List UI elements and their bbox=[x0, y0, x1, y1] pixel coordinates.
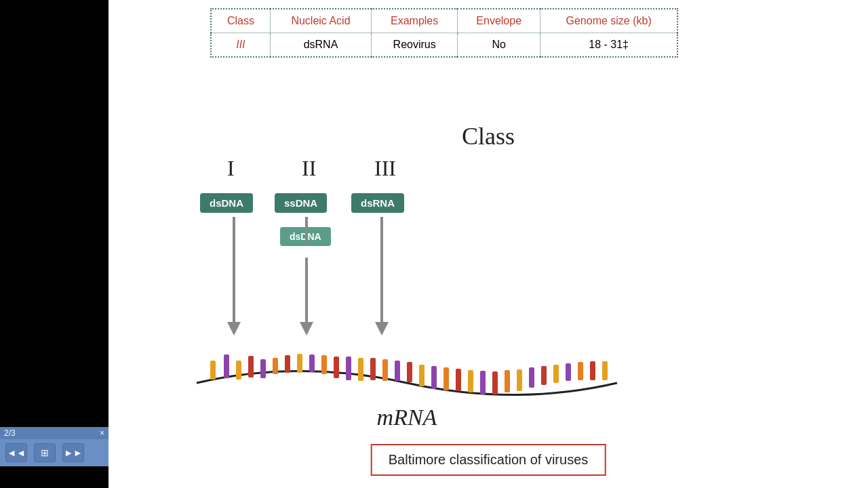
svg-rect-32 bbox=[517, 369, 522, 391]
svg-rect-7 bbox=[210, 361, 216, 380]
svg-rect-11 bbox=[260, 359, 266, 378]
nav-controls: ◄◄ ⊞ ►► bbox=[0, 439, 108, 466]
navigation-bar: 2/3 × ◄◄ ⊞ ►► bbox=[0, 427, 108, 488]
virus-table: Class Nucleic Acid Examples Envelope Gen… bbox=[210, 8, 678, 58]
svg-rect-34 bbox=[541, 366, 547, 385]
slide-area: Class Nucleic Acid Examples Envelope Gen… bbox=[108, 0, 868, 488]
svg-rect-27 bbox=[456, 369, 461, 391]
cell-genome-size: 18 - 31‡ bbox=[540, 33, 677, 58]
svg-rect-10 bbox=[248, 356, 254, 378]
virus-diagram: I II III dsDNA ssDNA dsRNA dsDNA bbox=[190, 156, 624, 441]
dsrna-box: dsRNA bbox=[351, 193, 404, 213]
roman-numeral-II: II bbox=[302, 156, 316, 181]
svg-rect-35 bbox=[553, 365, 559, 383]
ssdna-box: ssDNA bbox=[275, 193, 327, 213]
col-genome-size: Genome size (kb) bbox=[540, 9, 677, 33]
col-nucleic-acid: Nucleic Acid bbox=[270, 9, 371, 33]
svg-rect-37 bbox=[578, 362, 583, 380]
svg-rect-29 bbox=[480, 371, 486, 394]
close-icon[interactable]: × bbox=[100, 428, 104, 438]
table-row: III dsRNA Reovirus No 18 - 31‡ bbox=[211, 33, 677, 58]
cell-nucleic-acid: dsRNA bbox=[270, 33, 371, 58]
svg-rect-16 bbox=[321, 355, 327, 374]
svg-rect-8 bbox=[224, 354, 229, 378]
svg-rect-24 bbox=[419, 365, 425, 386]
svg-rect-13 bbox=[285, 355, 290, 373]
dsdna-box-2: dsDNA bbox=[280, 227, 331, 246]
svg-rect-9 bbox=[236, 361, 241, 380]
roman-numeral-III: III bbox=[374, 156, 396, 181]
svg-rect-20 bbox=[370, 358, 376, 380]
svg-rect-30 bbox=[492, 371, 498, 394]
page-indicator: 2/3 bbox=[4, 428, 16, 438]
class-title: Class bbox=[108, 122, 868, 150]
svg-rect-38 bbox=[590, 361, 595, 380]
cell-class: III bbox=[211, 33, 270, 58]
nav-header: 2/3 × bbox=[0, 427, 108, 439]
svg-rect-28 bbox=[468, 370, 473, 392]
svg-rect-31 bbox=[505, 370, 510, 392]
col-class: Class bbox=[211, 9, 270, 33]
col-examples: Examples bbox=[372, 9, 458, 33]
cell-envelope: No bbox=[458, 33, 540, 58]
svg-rect-18 bbox=[346, 357, 351, 380]
svg-rect-39 bbox=[602, 361, 608, 380]
cell-examples: Reovirus bbox=[372, 33, 458, 58]
col-envelope: Envelope bbox=[458, 9, 540, 33]
svg-rect-15 bbox=[309, 354, 315, 372]
svg-rect-25 bbox=[431, 366, 437, 389]
svg-rect-23 bbox=[407, 362, 412, 382]
svg-rect-21 bbox=[382, 359, 388, 381]
svg-rect-19 bbox=[358, 358, 363, 381]
home-button[interactable]: ⊞ bbox=[34, 443, 56, 462]
svg-rect-12 bbox=[273, 358, 278, 374]
svg-rect-17 bbox=[334, 357, 339, 378]
svg-rect-14 bbox=[297, 354, 302, 373]
prev-button[interactable]: ◄◄ bbox=[5, 443, 27, 462]
roman-numeral-I: I bbox=[227, 156, 235, 181]
bottom-title-box: Baltimore classification of viruses bbox=[371, 444, 606, 476]
mrna-label: mRNA bbox=[377, 405, 437, 430]
left-black-panel bbox=[0, 0, 108, 488]
svg-rect-36 bbox=[566, 363, 571, 381]
mrna-wave-svg bbox=[190, 332, 624, 413]
svg-rect-22 bbox=[395, 361, 400, 381]
next-button[interactable]: ►► bbox=[62, 443, 84, 462]
dsdna-box-1: dsDNA bbox=[200, 193, 253, 213]
svg-rect-26 bbox=[443, 367, 449, 390]
svg-rect-33 bbox=[529, 367, 534, 388]
classification-table: Class Nucleic Acid Examples Envelope Gen… bbox=[210, 8, 678, 58]
